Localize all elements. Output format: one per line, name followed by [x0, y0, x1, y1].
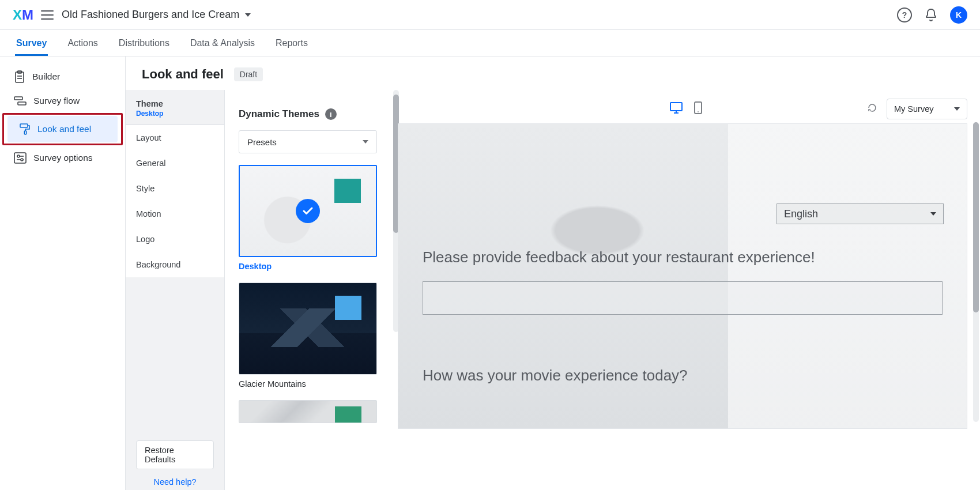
settings-layout[interactable]: Layout [126, 125, 224, 150]
svg-point-17 [698, 111, 699, 112]
svg-rect-8 [14, 153, 26, 163]
survey-left-nav: Builder Survey flow Look and feel Survey… [0, 56, 126, 490]
notifications-icon[interactable] [925, 8, 937, 22]
settings-general[interactable]: General [126, 150, 224, 176]
preview-panel: My Survey English Please provide feedbac… [392, 90, 980, 490]
chevron-down-icon [930, 212, 936, 216]
logo-letter-m: M [22, 7, 33, 23]
restore-defaults-button[interactable]: Restore Defaults [136, 440, 214, 469]
project-switcher[interactable]: Old Fashioned Burgers and Ice Cream [62, 9, 251, 21]
themes-panel: Dynamic Themes i Presets Desktop [225, 90, 392, 490]
settings-motion[interactable]: Motion [126, 201, 224, 227]
help-icon[interactable]: ? [897, 7, 912, 22]
presets-dropdown[interactable]: Presets [239, 130, 377, 153]
top-nav-tabs: Survey Actions Distributions Data & Anal… [0, 30, 980, 56]
theme-thumb-desktop[interactable] [239, 165, 377, 257]
device-mobile-icon[interactable] [693, 101, 703, 116]
nav-flow-label: Survey flow [33, 96, 80, 106]
theme-card-bw [239, 400, 377, 423]
svg-rect-5 [18, 102, 26, 105]
clipboard-icon [14, 70, 25, 83]
user-avatar[interactable]: K [950, 6, 967, 24]
tab-survey[interactable]: Survey [15, 31, 48, 56]
settings-logo[interactable]: Logo [126, 227, 224, 252]
sliders-icon [14, 152, 27, 164]
scrollbar-thumb[interactable] [973, 122, 979, 312]
preview-question-1: Please provide feedback about your resta… [423, 138, 828, 267]
chevron-down-icon [363, 140, 368, 144]
theme-label-desktop: Desktop [239, 257, 377, 271]
svg-point-10 [17, 155, 20, 157]
svg-rect-13 [670, 103, 682, 111]
preview-scrollbar[interactable] [973, 122, 979, 422]
device-desktop-icon[interactable] [669, 101, 683, 116]
theme-card-glacier: Glacier Mountains [239, 282, 377, 389]
need-help-link[interactable]: Need help? [126, 470, 224, 490]
nav-look-and-feel-highlight: Look and feel [2, 113, 123, 145]
nav-options-label: Survey options [33, 153, 93, 163]
xm-logo: X M [13, 7, 33, 23]
nav-survey-flow[interactable]: Survey flow [3, 90, 122, 112]
info-icon[interactable]: i [325, 108, 337, 120]
look-settings-sidebar: Theme Desktop Layout General Style Motio… [126, 90, 225, 490]
nav-look-label: Look and feel [37, 124, 91, 134]
settings-theme-mode: Desktop [126, 108, 224, 125]
survey-selector-label: My Survey [894, 104, 934, 114]
survey-selector-dropdown[interactable]: My Survey [887, 99, 967, 119]
app-header: X M Old Fashioned Burgers and Ice Cream … [0, 0, 980, 30]
language-dropdown[interactable]: English [777, 203, 944, 224]
tab-actions[interactable]: Actions [66, 31, 99, 56]
themes-section-title: Dynamic Themes [239, 108, 319, 120]
flow-icon [14, 96, 27, 106]
svg-rect-6 [20, 124, 28, 127]
logo-letter-x: X [13, 7, 21, 23]
page-title-row: Look and feel Draft [126, 56, 980, 90]
tab-distributions[interactable]: Distributions [118, 31, 171, 56]
chevron-down-icon [954, 107, 960, 111]
nav-builder-label: Builder [32, 71, 60, 82]
checkmark-icon [296, 199, 320, 223]
preview-toolbar: My Survey [398, 95, 967, 123]
theme-thumb-glacier[interactable] [239, 282, 377, 375]
settings-theme-title[interactable]: Theme [126, 96, 224, 108]
preview-text-input[interactable] [423, 281, 943, 315]
hamburger-icon[interactable] [41, 10, 54, 20]
nav-look-and-feel[interactable]: Look and feel [7, 116, 118, 142]
svg-rect-7 [24, 131, 26, 134]
theme-thumb-bw[interactable] [239, 400, 377, 423]
settings-background[interactable]: Background [126, 252, 224, 277]
theme-label-glacier: Glacier Mountains [239, 375, 377, 389]
header-action-icons: ? K [897, 6, 967, 24]
swatch-icon [335, 296, 361, 320]
language-label: English [784, 208, 818, 220]
tab-reports[interactable]: Reports [274, 31, 309, 56]
swatch-icon [334, 179, 361, 203]
survey-preview-canvas: English Please provide feedback about yo… [398, 123, 967, 429]
presets-label: Presets [247, 137, 277, 147]
nav-survey-options[interactable]: Survey options [3, 146, 122, 169]
page-body: Builder Survey flow Look and feel Survey… [0, 56, 980, 490]
refresh-icon[interactable] [867, 103, 877, 115]
theme-card-desktop: Desktop [239, 165, 377, 271]
preview-question-2: How was your movie experience today? [423, 315, 943, 385]
nav-builder[interactable]: Builder [3, 65, 122, 89]
svg-rect-4 [14, 97, 22, 100]
page-title: Look and feel [142, 67, 224, 82]
paint-roller-icon [19, 123, 31, 135]
chevron-down-icon [245, 13, 251, 17]
tab-data-analysis[interactable]: Data & Analysis [189, 31, 256, 56]
svg-point-12 [21, 159, 23, 161]
status-badge: Draft [234, 67, 263, 81]
project-name-label: Old Fashioned Burgers and Ice Cream [62, 9, 239, 21]
settings-style[interactable]: Style [126, 176, 224, 201]
swatch-icon [335, 406, 361, 423]
